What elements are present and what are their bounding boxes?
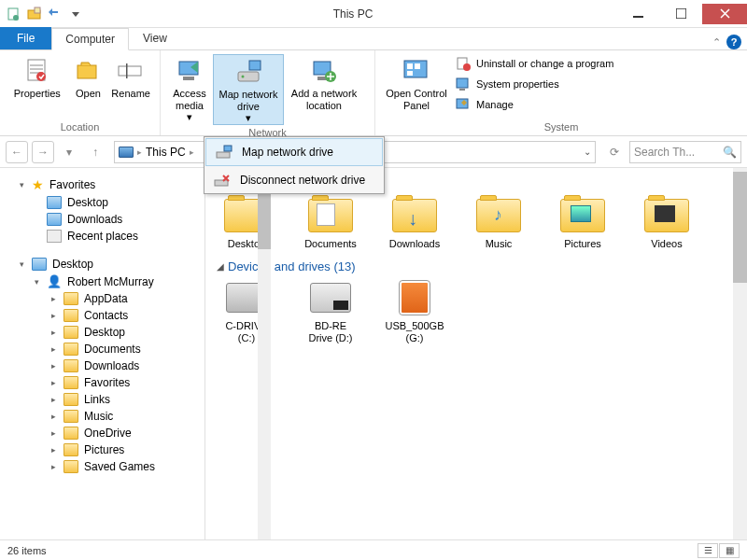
svg-rect-5 bbox=[676, 8, 686, 19]
tree-item[interactable]: ▸Pictures bbox=[0, 441, 204, 458]
folder-icon bbox=[63, 443, 78, 456]
uninstall-button[interactable]: Uninstall or change a program bbox=[452, 54, 617, 73]
folder-icon bbox=[63, 460, 78, 473]
svg-rect-15 bbox=[249, 61, 261, 70]
file-tab[interactable]: File bbox=[0, 27, 51, 49]
svg-point-1 bbox=[13, 15, 19, 21]
view-tab[interactable]: View bbox=[129, 27, 181, 49]
folder-icon bbox=[63, 343, 78, 356]
map-network-drive-button[interactable]: Map network drive▾ bbox=[213, 54, 284, 125]
tree-item[interactable]: ▸Links bbox=[0, 391, 204, 408]
tree-item[interactable]: ▸Favorites bbox=[0, 374, 204, 391]
folder-icon bbox=[63, 359, 78, 372]
svg-point-7 bbox=[36, 72, 46, 81]
svg-point-24 bbox=[463, 63, 471, 71]
add-location-icon bbox=[309, 56, 339, 86]
tree-item[interactable]: ▸Music bbox=[0, 408, 204, 425]
content-scrollbar[interactable] bbox=[733, 168, 747, 539]
refresh-button[interactable]: ⟳ bbox=[603, 141, 626, 163]
search-placeholder: Search Th... bbox=[634, 146, 695, 159]
drive-g[interactable]: USB_500GB(G:) bbox=[385, 279, 444, 344]
add-network-location-button[interactable]: Add a network location bbox=[284, 54, 364, 111]
svg-rect-22 bbox=[407, 71, 413, 76]
tree-favorites[interactable]: ▾★Favorites bbox=[0, 175, 204, 194]
title-bar: This PC bbox=[0, 0, 747, 28]
svg-rect-10 bbox=[126, 63, 128, 78]
drive-d[interactable]: BD-REDrive (D:) bbox=[301, 279, 360, 344]
rename-icon bbox=[116, 56, 146, 86]
control-panel-button[interactable]: Open Control Panel bbox=[381, 54, 452, 111]
forward-button[interactable]: → bbox=[32, 141, 54, 163]
item-count: 26 items bbox=[7, 545, 47, 556]
collapse-ribbon-icon[interactable]: ⌃ bbox=[712, 36, 721, 49]
content-pane: ◢Folders (6) Desktop Documents ↓Download… bbox=[205, 168, 747, 539]
tree-scrollbar-track[interactable] bbox=[258, 170, 271, 539]
tree-item[interactable]: ▸Contacts bbox=[0, 307, 204, 324]
properties-button[interactable]: Properties bbox=[6, 54, 69, 100]
folder-icon bbox=[63, 292, 78, 305]
svg-rect-13 bbox=[238, 72, 259, 81]
control-panel-icon bbox=[402, 56, 431, 86]
help-icon[interactable]: ? bbox=[726, 35, 741, 49]
folder-icon bbox=[32, 258, 47, 271]
svg-rect-25 bbox=[457, 78, 468, 88]
tree-item[interactable]: ▸Documents bbox=[0, 341, 204, 357]
tree-fav-desktop[interactable]: Desktop bbox=[0, 194, 204, 211]
folder-icon bbox=[47, 213, 62, 226]
tree-desktop[interactable]: ▾Desktop bbox=[0, 256, 204, 273]
minimize-button[interactable] bbox=[616, 4, 659, 24]
svg-rect-12 bbox=[183, 77, 194, 80]
search-box[interactable]: Search Th... 🔍 bbox=[629, 141, 741, 163]
folder-videos[interactable]: Videos bbox=[637, 197, 697, 250]
back-button[interactable]: ← bbox=[6, 141, 28, 163]
qat-undo-icon[interactable] bbox=[45, 4, 65, 24]
ribbon-tab-strip: File Computer View ⌃ ? bbox=[0, 28, 747, 50]
open-button[interactable]: Open bbox=[69, 54, 108, 100]
dropdown-map-drive[interactable]: Map network drive bbox=[205, 138, 383, 166]
svg-rect-3 bbox=[35, 7, 40, 13]
folder-icon bbox=[644, 199, 689, 232]
map-drive-icon bbox=[233, 57, 263, 87]
access-media-button[interactable]: Access media▾ bbox=[166, 54, 213, 123]
tree-fav-downloads[interactable]: Downloads bbox=[0, 211, 204, 228]
qat-new-folder-icon[interactable] bbox=[24, 4, 45, 24]
window-title: This PC bbox=[90, 7, 616, 21]
tree-item[interactable]: ▸AppData bbox=[0, 290, 204, 307]
recent-locations-button[interactable]: ▾ bbox=[58, 141, 80, 163]
folder-documents[interactable]: Documents bbox=[301, 197, 360, 250]
access-media-icon bbox=[175, 56, 204, 86]
icons-view-button[interactable]: ▦ bbox=[719, 543, 740, 558]
computer-tab[interactable]: Computer bbox=[51, 28, 129, 50]
qat-dropdown-icon[interactable] bbox=[65, 4, 86, 24]
dropdown-disconnect-drive[interactable]: Disconnect network drive bbox=[204, 167, 384, 193]
svg-rect-9 bbox=[119, 66, 141, 76]
qat-properties-icon[interactable] bbox=[4, 4, 24, 24]
tree-user[interactable]: ▾👤Robert McMurray bbox=[0, 273, 204, 290]
folder-pictures[interactable]: Pictures bbox=[553, 197, 613, 250]
svg-point-14 bbox=[242, 76, 245, 78]
tree-fav-recent[interactable]: Recent places bbox=[0, 228, 204, 245]
maximize-button[interactable] bbox=[659, 4, 702, 24]
rename-button[interactable]: Rename bbox=[107, 54, 154, 100]
tree-item[interactable]: ▸Saved Games bbox=[0, 458, 204, 475]
folder-icon bbox=[47, 196, 62, 209]
folder-downloads[interactable]: ↓Downloads bbox=[385, 197, 444, 250]
details-view-button[interactable]: ☰ bbox=[698, 543, 718, 558]
address-dropdown-icon[interactable]: ⌄ bbox=[584, 147, 591, 157]
folder-icon: ♪ bbox=[476, 199, 521, 232]
manage-button[interactable]: Manage bbox=[452, 95, 617, 114]
tree-item[interactable]: ▸OneDrive bbox=[0, 425, 204, 441]
svg-rect-26 bbox=[459, 89, 465, 91]
folder-icon: ↓ bbox=[392, 199, 437, 232]
tree-item[interactable]: ▸Desktop bbox=[0, 324, 204, 341]
folder-music[interactable]: ♪Music bbox=[469, 197, 529, 250]
drives-header[interactable]: ◢Devices and drives (13) bbox=[217, 259, 736, 273]
up-button[interactable]: ↑ bbox=[84, 141, 106, 163]
sys-props-icon bbox=[456, 77, 471, 91]
tree-item[interactable]: ▸Downloads bbox=[0, 357, 204, 374]
usb-drive-icon bbox=[400, 281, 430, 315]
breadcrumb-this-pc[interactable]: This PC bbox=[146, 146, 186, 159]
system-properties-button[interactable]: System properties bbox=[452, 75, 617, 93]
close-button[interactable] bbox=[702, 4, 747, 24]
svg-rect-8 bbox=[78, 65, 96, 78]
